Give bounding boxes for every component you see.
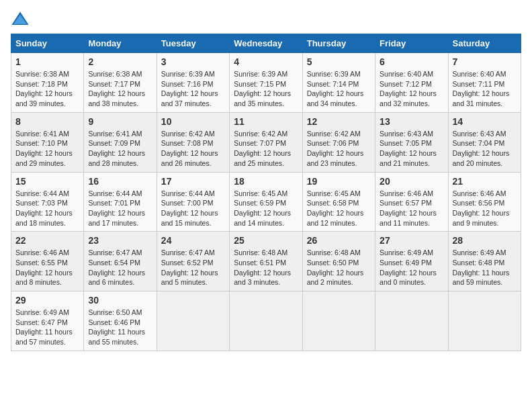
day-number: 19 [307, 176, 371, 187]
day-number: 29 [15, 295, 79, 306]
day-number: 20 [380, 176, 443, 187]
day-info: Sunrise: 6:44 AM Sunset: 7:01 PM Dayligh… [88, 189, 152, 228]
calendar-cell: 19 Sunrise: 6:45 AM Sunset: 6:58 PM Dayl… [302, 172, 375, 232]
day-number: 27 [380, 235, 443, 246]
day-number: 8 [15, 116, 79, 127]
day-info: Sunrise: 6:47 AM Sunset: 6:54 PM Dayligh… [88, 248, 152, 287]
calendar-cell: 8 Sunrise: 6:41 AM Sunset: 7:10 PM Dayli… [11, 112, 84, 172]
calendar-cell: 14 Sunrise: 6:43 AM Sunset: 7:04 PM Dayl… [448, 112, 521, 172]
day-number: 15 [15, 176, 79, 187]
calendar-cell: 1 Sunrise: 6:38 AM Sunset: 7:18 PM Dayli… [11, 53, 84, 113]
calendar-cell: 16 Sunrise: 6:44 AM Sunset: 7:01 PM Dayl… [84, 172, 157, 232]
header-sunday: Sunday [11, 34, 84, 53]
day-info: Sunrise: 6:41 AM Sunset: 7:10 PM Dayligh… [15, 129, 79, 169]
calendar-cell: 13 Sunrise: 6:43 AM Sunset: 7:05 PM Dayl… [375, 112, 448, 172]
day-number: 21 [453, 176, 517, 187]
day-info: Sunrise: 6:42 AM Sunset: 7:07 PM Dayligh… [234, 129, 298, 169]
day-number: 10 [161, 116, 225, 127]
day-number: 5 [307, 56, 371, 67]
day-number: 28 [453, 235, 517, 246]
calendar-cell: 26 Sunrise: 6:48 AM Sunset: 6:50 PM Dayl… [302, 232, 375, 291]
day-number: 16 [88, 176, 152, 187]
weekday-header-row: Sunday Monday Tuesday Wednesday Thursday… [11, 34, 521, 53]
day-info: Sunrise: 6:38 AM Sunset: 7:17 PM Dayligh… [88, 69, 152, 109]
day-info: Sunrise: 6:49 AM Sunset: 6:47 PM Dayligh… [15, 308, 79, 347]
calendar-cell: 6 Sunrise: 6:40 AM Sunset: 7:12 PM Dayli… [375, 53, 448, 113]
header-wednesday: Wednesday [230, 34, 302, 53]
day-info: Sunrise: 6:39 AM Sunset: 7:16 PM Dayligh… [161, 69, 225, 109]
day-number: 25 [234, 235, 298, 246]
calendar-cell: 7 Sunrise: 6:40 AM Sunset: 7:11 PM Dayli… [448, 53, 521, 113]
header-tuesday: Tuesday [157, 34, 229, 53]
day-info: Sunrise: 6:45 AM Sunset: 6:59 PM Dayligh… [234, 189, 298, 228]
calendar-cell: 20 Sunrise: 6:46 AM Sunset: 6:57 PM Dayl… [375, 172, 448, 232]
header-thursday: Thursday [302, 34, 375, 53]
header-friday: Friday [375, 34, 448, 53]
day-number: 26 [307, 235, 371, 246]
calendar-cell: 17 Sunrise: 6:44 AM Sunset: 7:00 PM Dayl… [157, 172, 229, 232]
day-info: Sunrise: 6:39 AM Sunset: 7:14 PM Dayligh… [307, 69, 371, 109]
day-number: 18 [234, 176, 298, 187]
generalblue-logo-icon [11, 11, 30, 27]
calendar-cell: 24 Sunrise: 6:47 AM Sunset: 6:52 PM Dayl… [157, 232, 229, 291]
day-info: Sunrise: 6:46 AM Sunset: 6:57 PM Dayligh… [380, 189, 443, 228]
calendar-cell: 18 Sunrise: 6:45 AM Sunset: 6:59 PM Dayl… [230, 172, 302, 232]
day-number: 2 [88, 56, 152, 67]
day-info: Sunrise: 6:47 AM Sunset: 6:52 PM Dayligh… [161, 248, 225, 287]
day-info: Sunrise: 6:44 AM Sunset: 7:00 PM Dayligh… [161, 189, 225, 228]
calendar-week-row: 22 Sunrise: 6:46 AM Sunset: 6:55 PM Dayl… [11, 232, 521, 291]
day-number: 24 [161, 235, 225, 246]
day-info: Sunrise: 6:46 AM Sunset: 6:55 PM Dayligh… [15, 248, 79, 287]
calendar-week-row: 29 Sunrise: 6:49 AM Sunset: 6:47 PM Dayl… [11, 291, 521, 351]
calendar-cell: 25 Sunrise: 6:48 AM Sunset: 6:51 PM Dayl… [230, 232, 302, 291]
calendar-week-row: 15 Sunrise: 6:44 AM Sunset: 7:03 PM Dayl… [11, 172, 521, 232]
day-number: 22 [15, 235, 79, 246]
day-info: Sunrise: 6:46 AM Sunset: 6:56 PM Dayligh… [453, 189, 517, 228]
calendar-cell: 29 Sunrise: 6:49 AM Sunset: 6:47 PM Dayl… [11, 291, 84, 351]
day-info: Sunrise: 6:41 AM Sunset: 7:09 PM Dayligh… [88, 129, 152, 169]
calendar-cell [157, 291, 229, 351]
calendar-cell: 22 Sunrise: 6:46 AM Sunset: 6:55 PM Dayl… [11, 232, 84, 291]
logo [11, 11, 32, 27]
calendar-cell: 3 Sunrise: 6:39 AM Sunset: 7:16 PM Dayli… [157, 53, 229, 113]
day-number: 11 [234, 116, 298, 127]
day-info: Sunrise: 6:39 AM Sunset: 7:15 PM Dayligh… [234, 69, 298, 109]
calendar-cell: 21 Sunrise: 6:46 AM Sunset: 6:56 PM Dayl… [448, 172, 521, 232]
calendar-week-row: 1 Sunrise: 6:38 AM Sunset: 7:18 PM Dayli… [11, 53, 521, 113]
day-number: 1 [15, 56, 79, 67]
day-number: 3 [161, 56, 225, 67]
calendar-cell: 5 Sunrise: 6:39 AM Sunset: 7:14 PM Dayli… [302, 53, 375, 113]
day-number: 23 [88, 235, 152, 246]
day-number: 12 [307, 116, 371, 127]
calendar-cell [302, 291, 375, 351]
day-number: 13 [380, 116, 443, 127]
day-number: 14 [453, 116, 517, 127]
header-saturday: Saturday [448, 34, 521, 53]
calendar-cell: 10 Sunrise: 6:42 AM Sunset: 7:08 PM Dayl… [157, 112, 229, 172]
calendar-cell: 12 Sunrise: 6:42 AM Sunset: 7:06 PM Dayl… [302, 112, 375, 172]
calendar-cell: 9 Sunrise: 6:41 AM Sunset: 7:09 PM Dayli… [84, 112, 157, 172]
day-info: Sunrise: 6:40 AM Sunset: 7:11 PM Dayligh… [453, 69, 517, 109]
day-number: 4 [234, 56, 298, 67]
day-info: Sunrise: 6:48 AM Sunset: 6:51 PM Dayligh… [234, 248, 298, 287]
calendar-table: Sunday Monday Tuesday Wednesday Thursday… [11, 34, 521, 351]
day-info: Sunrise: 6:50 AM Sunset: 6:46 PM Dayligh… [88, 308, 152, 347]
day-number: 17 [161, 176, 225, 187]
day-info: Sunrise: 6:48 AM Sunset: 6:50 PM Dayligh… [307, 248, 371, 287]
header-monday: Monday [84, 34, 157, 53]
day-number: 7 [453, 56, 517, 67]
day-number: 30 [88, 295, 152, 306]
calendar-cell: 27 Sunrise: 6:49 AM Sunset: 6:49 PM Dayl… [375, 232, 448, 291]
calendar-cell [230, 291, 302, 351]
day-info: Sunrise: 6:43 AM Sunset: 7:05 PM Dayligh… [380, 129, 443, 169]
day-info: Sunrise: 6:38 AM Sunset: 7:18 PM Dayligh… [15, 69, 79, 109]
day-info: Sunrise: 6:43 AM Sunset: 7:04 PM Dayligh… [453, 129, 517, 169]
calendar-cell: 11 Sunrise: 6:42 AM Sunset: 7:07 PM Dayl… [230, 112, 302, 172]
calendar-cell: 23 Sunrise: 6:47 AM Sunset: 6:54 PM Dayl… [84, 232, 157, 291]
day-info: Sunrise: 6:42 AM Sunset: 7:06 PM Dayligh… [307, 129, 371, 169]
calendar-cell: 28 Sunrise: 6:49 AM Sunset: 6:48 PM Dayl… [448, 232, 521, 291]
calendar-cell: 2 Sunrise: 6:38 AM Sunset: 7:17 PM Dayli… [84, 53, 157, 113]
day-info: Sunrise: 6:42 AM Sunset: 7:08 PM Dayligh… [161, 129, 225, 169]
calendar-cell: 15 Sunrise: 6:44 AM Sunset: 7:03 PM Dayl… [11, 172, 84, 232]
calendar-cell [448, 291, 521, 351]
